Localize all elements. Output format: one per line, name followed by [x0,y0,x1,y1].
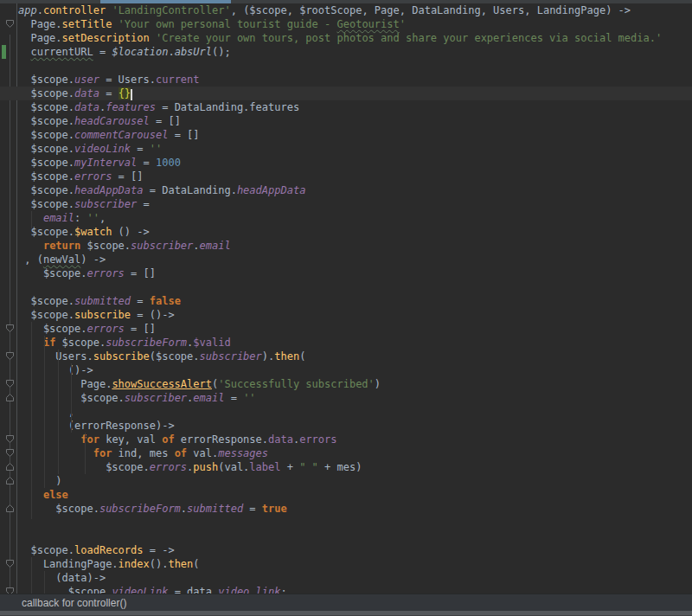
code-line-20[interactable]: $scope.errors = [] [0,266,692,280]
code-line-41[interactable]: LandingPage.index().then( [0,557,692,571]
ide-window: app.controller 'LandingController', ($sc… [0,0,692,616]
code-line-23[interactable]: $scope.subscribe = ()-> [0,308,692,322]
code-editor[interactable]: app.controller 'LandingController', ($sc… [0,3,692,594]
code-line-25[interactable]: if $scope.subscribeForm.$valid [0,336,692,350]
code-line-13[interactable]: $scope.errors = [] [0,170,692,183]
code-line-9[interactable]: $scope.headCarousel = [] [0,114,692,128]
fold-marker-up-icon[interactable] [5,476,15,485]
indent-guide [31,322,32,519]
code-line-6[interactable]: $scope.user = Users.current [0,73,692,87]
indent-guide [44,336,45,488]
code-line-28[interactable]: Page.showSuccessAlert('Successfully subs… [0,377,692,391]
code-line-33[interactable]: for ind, mes of val.messages [0,446,692,460]
code-line-22[interactable]: $scope.submitted = false [0,294,692,308]
code-line-16[interactable]: email: '', [0,211,692,225]
code-line-30[interactable]: , [0,405,692,419]
code-line-36[interactable]: else [0,488,692,502]
indent-guide [58,350,59,474]
code-line-24[interactable]: $scope.errors = [] [0,322,692,336]
code-line-4[interactable]: currentURL = $location.absUrl(); [0,45,692,59]
code-line-40[interactable]: $scope.loadRecords = -> [0,543,692,557]
code-line-3[interactable]: Page.setDescription 'Create your own tou… [0,31,692,45]
indent-guide [44,571,45,594]
code-line-27[interactable]: ()-> [0,363,692,377]
code-line-42[interactable]: (data)-> [0,571,692,585]
code-line-35[interactable]: ) [0,474,692,488]
indent-guide [31,557,32,594]
code-line-18[interactable]: return $scope.subscriber.email [0,239,692,253]
fold-marker-down-icon[interactable] [5,434,15,444]
fold-marker-down-icon[interactable] [5,587,15,594]
code-line-5[interactable] [0,59,692,73]
code-line-26[interactable]: Users.subscribe($scope.subscriber).then( [0,350,692,363]
fold-marker-up-icon[interactable] [5,462,15,472]
code-line-39[interactable] [0,529,692,543]
code-line-43[interactable]: $scope.videoLink = data.video_link; [0,585,692,594]
status-bar: callback for controller() [0,594,692,611]
code-line-12[interactable]: $scope.myInterval = 1000 [0,156,692,170]
code-line-31[interactable]: (errorResponse)-> [0,419,692,433]
code-line-34[interactable]: $scope.errors.push(val.label + " " + mes… [0,460,692,474]
code-line-29[interactable]: $scope.subscriber.email = '' [0,391,692,405]
code-line-1[interactable]: app.controller 'LandingController', ($sc… [0,3,692,17]
indent-guide [31,211,32,228]
fold-marker-down-icon[interactable] [5,19,15,29]
code-line-15[interactable]: $scope.subscriber = [0,197,692,211]
code-line-8[interactable]: $scope.data.features = DataLanding.featu… [0,100,692,114]
fold-marker-down-icon[interactable] [5,448,15,458]
code-line-19[interactable]: , (newVal) -> [0,253,692,266]
fold-marker-down-icon[interactable] [5,324,15,333]
status-message: callback for controller() [22,597,126,609]
bottom-edge-strip [0,611,692,616]
fold-marker-up-icon[interactable] [5,504,15,513]
code-line-17[interactable]: $scope.$watch () -> [0,225,692,239]
fold-marker-down-icon[interactable] [5,351,15,361]
code-line-32[interactable]: for key, val of errorResponse.data.error… [0,433,692,446]
fold-marker-down-icon[interactable] [5,559,15,568]
code-line-11[interactable]: $scope.videoLink = '' [0,142,692,156]
code-line-7[interactable]: $scope.data = {} [0,87,692,100]
code-line-10[interactable]: $scope.commentCarousel = [] [0,128,692,142]
code-line-37[interactable]: $scope.subscribeForm.submitted = true [0,502,692,516]
indent-guide [71,363,72,433]
fold-marker-down-icon[interactable] [5,379,15,388]
code-line-21[interactable] [0,280,692,294]
code-line-38[interactable] [0,516,692,529]
indent-guide [85,433,86,474]
fold-marker-up-icon[interactable] [5,393,15,402]
code-line-14[interactable]: $scope.headAppData = DataLanding.headApp… [0,183,692,197]
code-line-2[interactable]: Page.setTitle 'Your own personal tourist… [0,17,692,31]
text-caret [131,89,132,100]
